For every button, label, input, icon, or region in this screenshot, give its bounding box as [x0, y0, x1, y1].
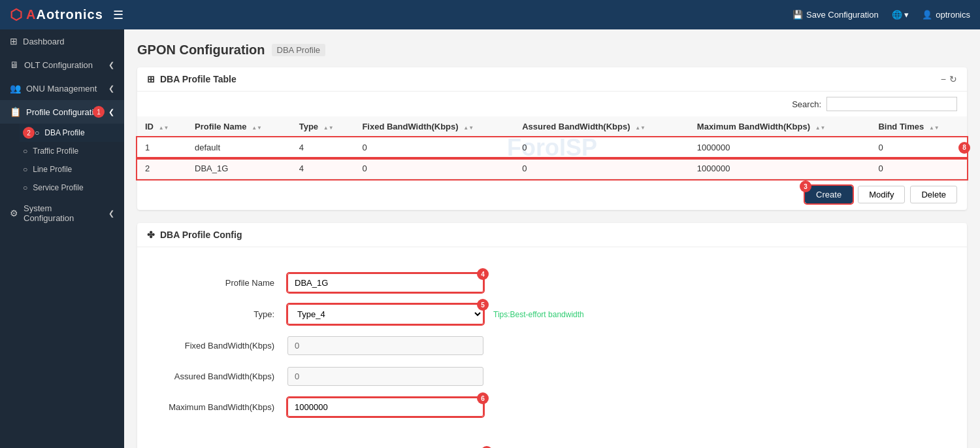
profile-name-input[interactable] — [287, 273, 483, 292]
save-config-btn[interactable]: 💾 Save Configuration — [792, 10, 879, 20]
cell-fixed-bw: 0 — [354, 137, 514, 158]
cell-max-bw: 1000000 — [689, 158, 871, 179]
max-bw-input-wrapper: 6 — [287, 398, 483, 417]
cell-max-bw: 1000000 — [689, 137, 871, 158]
assured-bw-input[interactable] — [287, 367, 483, 386]
sidebar-item-traffic-profile[interactable]: ○ Traffic Profile — [20, 142, 124, 160]
assured-bw-label: Assured BandWidth(Kbps) — [157, 371, 287, 381]
search-input[interactable] — [826, 97, 957, 111]
refresh-btn[interactable]: ↻ — [949, 74, 957, 84]
page-title: GPON Configuration — [137, 43, 265, 58]
annotation-badge-5: 5 — [477, 299, 489, 311]
annotation-badge-6: 6 — [477, 392, 489, 404]
col-profile-name: Profile Name ▲▼ — [187, 116, 291, 137]
annotation-badge-2: 2 — [23, 127, 35, 139]
max-bw-input[interactable] — [287, 398, 483, 417]
type-label: Type: — [157, 309, 287, 319]
cell-bind-times: 0 8 — [870, 137, 967, 158]
sort-type[interactable]: ▲▼ — [323, 125, 334, 131]
cell-bind-times: 0 — [870, 158, 967, 179]
cell-profile-name: DBA_1G — [187, 158, 291, 179]
modify-button[interactable]: Modify — [858, 186, 905, 203]
profile-icon: 📋 — [10, 107, 21, 117]
sidebar-item-olt-config[interactable]: 🖥 OLT Configuration ❮ — [0, 53, 124, 77]
page-header: GPON Configuration DBA Profile — [137, 43, 967, 58]
annotation-badge-1: 1 — [93, 106, 105, 118]
col-type: Type ▲▼ — [291, 116, 355, 137]
type-select[interactable]: Type_1 Type_2 Type_3 Type_4 — [287, 304, 483, 324]
table-head: ID ▲▼ Profile Name ▲▼ Type ▲▼ — [137, 116, 967, 137]
profile-name-label: Profile Name — [157, 278, 287, 288]
layout: ⊞ Dashboard 🖥 OLT Configuration ❮ 👥 ONU … — [0, 29, 980, 448]
olt-icon: 🖥 — [10, 60, 19, 70]
fixed-bw-input[interactable] — [287, 336, 483, 355]
col-assured-bw: Assured BandWidth(Kbps) ▲▼ — [514, 116, 689, 137]
card-header: ⊞ DBA Profile Table − ↻ — [137, 67, 967, 92]
dba-config-card: ✤ DBA Profile Config Profile Name 4 Type… — [137, 223, 967, 448]
logo: ⬡ AAotronics — [10, 7, 103, 24]
table-row[interactable]: 2 DBA_1G 4 0 0 1000000 0 — [137, 158, 967, 179]
form-section-title: ✤ DBA Profile Config — [137, 223, 967, 247]
type-select-wrapper: 5 Type_1 Type_2 Type_3 Type_4 — [287, 304, 483, 324]
profile-name-group: Profile Name 4 — [157, 273, 947, 292]
logo-text: AAotronics — [26, 7, 103, 22]
table-wrapper: ForoISP ID ▲▼ Profile Name ▲▼ — [137, 116, 967, 179]
max-bw-group: Maximum BandWidth(Kbps) 6 — [157, 398, 947, 417]
page-subtitle: DBA Profile — [272, 44, 325, 56]
onu-arrow: ❮ — [108, 84, 114, 93]
sidebar-item-service-profile[interactable]: ○ Service Profile — [20, 179, 124, 197]
search-row: Search: — [137, 92, 967, 116]
topnav-right: 💾 Save Configuration 🌐 ▾ 👤 optronics — [792, 10, 970, 20]
dashboard-icon: ⊞ — [10, 36, 18, 46]
card-header-actions: − ↻ — [941, 74, 957, 84]
table-actions: 3 Create Modify Delete — [137, 179, 967, 210]
topnav: ⬡ AAotronics ☰ 💾 Save Configuration 🌐 ▾ … — [0, 0, 980, 29]
col-max-bw: Maximum BandWidth(Kbps) ▲▼ — [689, 116, 871, 137]
sidebar-item-line-profile[interactable]: ○ Line Profile — [20, 160, 124, 179]
sidebar: ⊞ Dashboard 🖥 OLT Configuration ❮ 👥 ONU … — [0, 29, 124, 448]
sidebar-item-dba-profile[interactable]: 2 ○ DBA Profile — [20, 124, 124, 142]
topnav-left: ⬡ AAotronics ☰ — [10, 7, 123, 24]
system-arrow: ❮ — [108, 209, 114, 218]
sidebar-item-system-config[interactable]: ⚙ System Configuration ❮ — [0, 197, 124, 230]
sort-max-bw[interactable]: ▲▼ — [815, 125, 826, 131]
profile-name-input-wrapper: 4 — [287, 273, 483, 292]
onu-icon: 👥 — [10, 83, 21, 94]
form-section: Profile Name 4 Type: 5 Type_1 Type_2 — [137, 260, 967, 441]
type-group: Type: 5 Type_1 Type_2 Type_3 Type_4 Tips… — [157, 304, 947, 324]
cell-assured-bw: 0 — [514, 158, 689, 179]
dba-table-card: ⊞ DBA Profile Table − ↻ Search: ForoISP — [137, 67, 967, 210]
annotation-badge-4: 4 — [477, 268, 489, 280]
create-button[interactable]: Create — [805, 186, 853, 203]
fixed-bw-label: Fixed BandWidth(Kbps) — [157, 341, 287, 351]
table-row[interactable]: 1 default 4 0 0 1000000 0 8 — [137, 137, 967, 158]
logo-icon: ⬡ — [10, 7, 22, 24]
create-btn-wrapper: 3 Create — [805, 186, 853, 203]
form-actions: 7 Submit Cancel — [137, 441, 967, 448]
type-hint: Tips:Best-effort bandwidth — [493, 310, 584, 319]
sidebar-item-dashboard[interactable]: ⊞ Dashboard — [0, 29, 124, 53]
sort-assured-bw[interactable]: ▲▼ — [635, 125, 645, 131]
card-header-title: ⊞ DBA Profile Table — [147, 74, 237, 84]
menu-toggle[interactable]: ☰ — [113, 8, 123, 22]
cell-assured-bw: 0 — [514, 137, 689, 158]
profile-arrow: ❮ — [108, 108, 114, 116]
max-bw-label: Maximum BandWidth(Kbps) — [157, 402, 287, 412]
annotation-badge-8: 8 — [958, 142, 970, 154]
user-menu[interactable]: 👤 optronics — [922, 10, 970, 20]
col-fixed-bw: Fixed BandWidth(Kbps) ▲▼ — [354, 116, 514, 137]
sidebar-item-profile-config[interactable]: 📋 Profile Configuration 1 ❮ — [0, 100, 124, 124]
sort-fixed-bw[interactable]: ▲▼ — [463, 125, 474, 131]
cell-fixed-bw: 0 — [354, 158, 514, 179]
cell-type: 4 — [291, 137, 355, 158]
sort-bind-times[interactable]: ▲▼ — [929, 125, 939, 131]
sort-id[interactable]: ▲▼ — [159, 125, 169, 131]
sidebar-item-onu-mgmt[interactable]: 👥 ONU Management ❮ — [0, 77, 124, 100]
language-btn[interactable]: 🌐 ▾ — [892, 10, 909, 20]
delete-button[interactable]: Delete — [910, 186, 957, 203]
olt-arrow: ❮ — [108, 61, 114, 69]
sort-profile-name[interactable]: ▲▼ — [252, 125, 262, 131]
collapse-btn[interactable]: − — [941, 74, 946, 84]
table-body: 1 default 4 0 0 1000000 0 8 — [137, 137, 967, 179]
col-id: ID ▲▼ — [137, 116, 187, 137]
